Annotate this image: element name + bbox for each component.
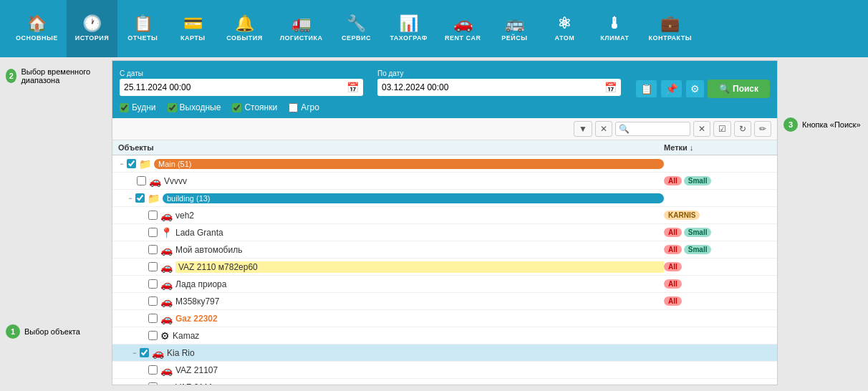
nav-item-otchety[interactable]: 📋 ОТЧЕТЫ	[117, 0, 168, 57]
item-checkbox[interactable]	[135, 193, 145, 203]
item-label: Kamaz	[173, 331, 664, 341]
list-item[interactable]: 🚗 Vvvvv All Small	[112, 173, 777, 190]
checkbox-vyhodnye[interactable]: Выходные	[168, 102, 221, 112]
item-label: VAZ 2110 м782ер60	[175, 261, 664, 273]
list-item[interactable]: 🚗 Мой автомобиль All Small	[112, 241, 777, 259]
checkbox-budni[interactable]: Будни	[120, 102, 156, 112]
filter-button[interactable]: ▼	[574, 121, 592, 137]
copy-btn[interactable]: 📋	[635, 79, 657, 98]
car-red-icon: 🚗	[160, 244, 173, 256]
clear-search-button[interactable]: ✕	[693, 121, 710, 137]
list-item[interactable]: ⚙ Kamaz	[112, 327, 777, 344]
annotation-text-3: Кнопка «Поиск»	[802, 120, 861, 129]
item-checkbox[interactable]	[148, 245, 158, 254]
search-input[interactable]	[630, 125, 687, 133]
list-item[interactable]: 🚗 VAZ 2111	[112, 379, 777, 385]
nav-item-istoriya[interactable]: 🕐 ИСТОРИЯ	[67, 0, 117, 57]
tag-all: All	[664, 245, 682, 254]
search-button[interactable]: 🔍 Поиск	[708, 79, 770, 98]
item-checkbox[interactable]	[148, 331, 158, 340]
nav-item-atom[interactable]: ⚛ АТОМ	[539, 0, 589, 57]
car-red-icon: 🚗	[152, 347, 164, 359]
car-icon: 🚗	[160, 210, 173, 221]
tag-small: Small	[684, 245, 712, 254]
date-actions: 📋 📌 ⚙ 🔍 Поиск	[635, 67, 770, 98]
nav-item-logistika[interactable]: 🚛 ЛОГИСТИКА	[271, 0, 332, 57]
nav-item-osnovnye[interactable]: 🏠 ОСНОВНЫЕ	[7, 0, 67, 57]
item-checkbox[interactable]	[148, 228, 158, 237]
nav-label-tahograf: ТАХОГРАФ	[390, 34, 427, 42]
item-checkbox[interactable]	[127, 159, 136, 168]
nav-item-karty[interactable]: 💳 КАРТЫ	[168, 0, 218, 57]
nav-item-tahograf[interactable]: 📊 ТАХОГРАФ	[381, 0, 435, 57]
nav-item-kontrakty[interactable]: 💼 КОНТРАКТЫ	[640, 0, 700, 57]
item-checkbox[interactable]	[148, 314, 158, 323]
nav-label-atom: АТОМ	[554, 34, 574, 42]
nav-label-logistika: ЛОГИСТИКА	[280, 34, 323, 42]
checkbox-stoyanki[interactable]: Стоянки	[232, 102, 277, 112]
list-item[interactable]: 🚗 VAZ 2110 м782ер60 All	[112, 259, 777, 276]
item-label: building (13)	[163, 193, 664, 203]
list-item[interactable]: － 📁 building (13)	[112, 190, 777, 207]
clear-filter-button[interactable]: ✕	[595, 121, 612, 137]
annotation-1: 1 Выбор объекта	[6, 324, 80, 339]
expand-icon[interactable]: －	[131, 348, 138, 358]
car-icon: 🚗	[149, 175, 161, 187]
calendar-to-icon[interactable]: 📅	[604, 82, 617, 93]
main-container: 🏠 ОСНОВНЫЕ 🕐 ИСТОРИЯ 📋 ОТЧЕТЫ 💳 КАРТЫ 🔔 …	[0, 0, 868, 391]
car-icon: 🚗	[160, 365, 173, 376]
item-checkbox[interactable]	[148, 296, 158, 306]
tachograph-icon: 📊	[399, 16, 418, 32]
nav-item-sobytiya[interactable]: 🔔 СОБЫТИЯ	[218, 0, 271, 57]
date-to-input[interactable]	[382, 82, 602, 92]
item-checkbox[interactable]	[148, 262, 158, 271]
nav-item-servis[interactable]: 🔧 СЕРВИС	[331, 0, 381, 57]
refresh-button[interactable]: ↻	[734, 121, 751, 137]
list-item[interactable]: 🚗 М358ку797 All	[112, 293, 777, 310]
paste-btn[interactable]: 📌	[660, 79, 683, 98]
item-label: veh2	[175, 211, 664, 221]
car-icon: 🚗	[160, 313, 173, 324]
list-item[interactable]: 📍 Lada Granta All Small	[112, 224, 777, 241]
item-checkbox[interactable]	[137, 176, 146, 185]
list-item[interactable]: 🚗 VAZ 21107	[112, 362, 777, 379]
folder-icon: 📁	[139, 158, 151, 170]
item-checkbox[interactable]	[148, 279, 158, 289]
climate-icon: 🌡	[607, 16, 622, 32]
nav-item-rentcar[interactable]: 🚗 RENT CAR	[436, 0, 490, 57]
list-item[interactable]: － 📁 Main (51)	[112, 155, 777, 173]
routes-icon: 🚌	[505, 16, 524, 32]
annotation-bubble-1: 1	[6, 324, 20, 339]
edit-button[interactable]: ✏	[754, 121, 771, 137]
pin-icon: 📍	[160, 227, 173, 238]
home-icon: 🏠	[27, 16, 47, 32]
item-checkbox[interactable]	[148, 382, 158, 385]
nav-item-klimat[interactable]: 🌡 КЛИМАТ	[589, 0, 640, 57]
item-tags: All	[664, 279, 771, 289]
item-checkbox[interactable]	[148, 365, 158, 375]
list-item[interactable]: 🚗 Gaz 22302	[112, 310, 777, 327]
expand-icon[interactable]: －	[127, 193, 134, 203]
settings-btn[interactable]: ⚙	[685, 79, 705, 98]
checkbox-agro[interactable]: Агро	[289, 102, 319, 112]
list-item[interactable]: － 🚗 Kia Rio	[112, 344, 777, 362]
item-tags: All Small	[664, 176, 771, 185]
calendar-from-icon[interactable]: 📅	[347, 82, 359, 93]
expand-icon[interactable]: －	[118, 159, 125, 169]
date-from-input[interactable]	[124, 82, 344, 92]
item-checkbox[interactable]	[148, 211, 158, 220]
item-checkbox[interactable]	[140, 348, 149, 357]
select-all-button[interactable]: ☑	[713, 121, 731, 137]
nav-item-reysy[interactable]: 🚌 РЕЙСЫ	[489, 0, 539, 57]
search-box: 🔍	[615, 122, 690, 136]
item-label: Main (51)	[154, 159, 664, 169]
list-item[interactable]: 🚗 veh2 KARNIS	[112, 207, 777, 224]
item-tags: All	[664, 296, 771, 306]
item-tags: All	[664, 262, 771, 271]
nav-label-sobytiya: СОБЫТИЯ	[226, 34, 263, 42]
objects-header: Объекты Метки ↓	[112, 140, 777, 155]
list-item[interactable]: 🚗 Лада приора All	[112, 276, 777, 293]
date-from-wrap: 📅	[120, 79, 363, 96]
tag-small: Small	[684, 228, 712, 237]
search-icon: 🔍	[619, 124, 630, 134]
